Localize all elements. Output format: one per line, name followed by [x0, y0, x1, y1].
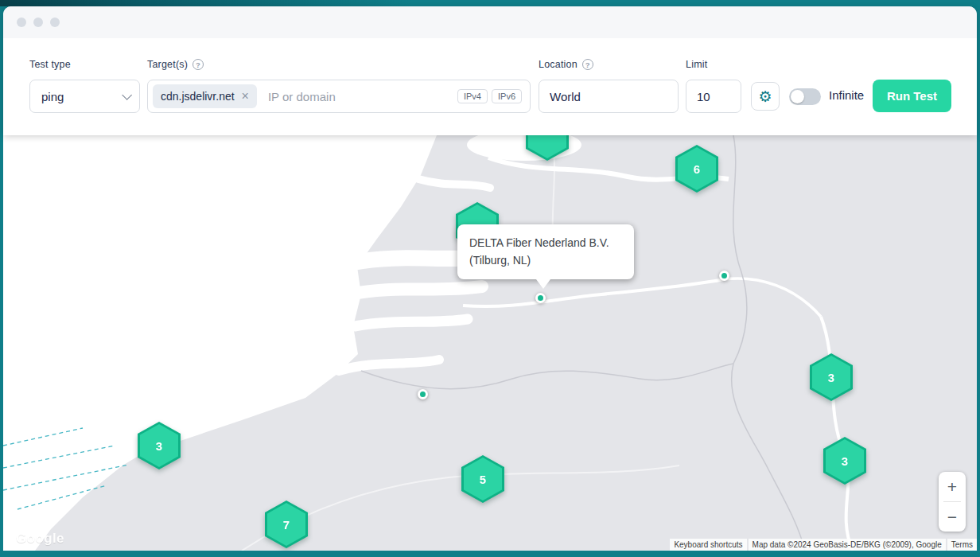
infowindow-location: (Tilburg, NL) [469, 252, 622, 270]
settings-button[interactable]: ⚙ [751, 82, 780, 111]
chevron-down-icon [122, 90, 132, 100]
targets-placeholder: IP or domain [268, 90, 457, 103]
target-chip[interactable]: cdn.jsdelivr.net × [153, 84, 257, 108]
location-label: Location ? [539, 59, 593, 70]
cluster-marker[interactable]: 3 [823, 437, 866, 485]
zoom-out-button[interactable]: − [939, 502, 966, 532]
run-test-button[interactable]: Run Test [873, 80, 951, 112]
cluster-count: 3 [842, 454, 848, 468]
limit-field[interactable] [686, 80, 741, 113]
probe-dot[interactable] [535, 293, 546, 303]
test-type-value: ping [41, 90, 64, 103]
infinite-toggle[interactable] [789, 88, 821, 105]
probe-dot[interactable] [418, 389, 428, 399]
keyboard-shortcuts-link[interactable]: Keyboard shortcuts [670, 539, 746, 551]
cluster-count: 7 [283, 518, 290, 532]
window-control-dot[interactable] [33, 18, 43, 27]
zoom-control: + − [939, 472, 966, 532]
map-data-text: Map data ©2024 GeoBasis-DE/BKG (©2009), … [749, 539, 946, 551]
limit-label: Limit [686, 59, 707, 70]
cluster-marker[interactable]: 3 [810, 353, 853, 401]
location-field[interactable] [539, 80, 679, 113]
window-titlebar [3, 6, 977, 38]
map-attribution: Keyboard shortcuts Map data ©2024 GeoBas… [668, 539, 977, 551]
zoom-in-button[interactable]: + [939, 472, 966, 501]
terms-link[interactable]: Terms [947, 539, 977, 551]
window-control-dot[interactable] [17, 18, 26, 27]
ipv4-badge[interactable]: IPv4 [457, 89, 488, 103]
cluster-count: 6 [694, 162, 700, 176]
cluster-count: 5 [480, 473, 486, 486]
test-type-label-text: Test type [29, 59, 71, 70]
app-window: Test type ping Target(s) ? cdn.jsdelivr.… [3, 6, 977, 135]
targets-label: Target(s) ? [147, 59, 204, 70]
toggle-knob [791, 90, 804, 103]
target-chip-text: cdn.jsdelivr.net [161, 90, 235, 103]
targets-label-text: Target(s) [147, 59, 188, 70]
google-logo[interactable]: Google [16, 531, 64, 547]
gear-icon: ⚙ [758, 89, 772, 104]
chip-close-icon[interactable]: × [242, 90, 249, 103]
cluster-marker[interactable]: 3 [138, 422, 181, 469]
help-icon[interactable]: ? [582, 59, 593, 70]
cluster-marker[interactable]: 7 [265, 501, 308, 548]
app-background: Test type ping Target(s) ? cdn.jsdelivr.… [0, 0, 980, 557]
test-form: Test type ping Target(s) ? cdn.jsdelivr.… [3, 38, 977, 135]
cluster-marker[interactable]: 5 [461, 455, 504, 503]
cluster-marker[interactable] [526, 135, 569, 161]
infowindow-provider: DELTA Fiber Nederland B.V. [469, 235, 622, 252]
probe-dot[interactable] [719, 271, 729, 281]
test-type-select[interactable]: ping [29, 80, 140, 113]
limit-input[interactable] [686, 80, 741, 112]
window-control-dot[interactable] [50, 18, 60, 27]
test-type-label: Test type [29, 59, 71, 70]
ip-version-badges: IPv4 IPv6 [457, 89, 522, 103]
infinite-label: Infinite [829, 88, 864, 102]
cluster-marker[interactable]: 6 [675, 145, 718, 193]
targets-input[interactable]: cdn.jsdelivr.net × IP or domain IPv4 IPv… [147, 80, 531, 113]
ipv6-badge[interactable]: IPv6 [492, 89, 522, 103]
map-canvas[interactable]: 6 3 3 3 5 7 DELTA Fiber Nederland B.V. (… [3, 135, 977, 551]
map-infowindow: DELTA Fiber Nederland B.V. (Tilburg, NL) [457, 224, 634, 279]
location-label-text: Location [539, 59, 578, 70]
cluster-count: 3 [828, 371, 834, 384]
location-input[interactable] [539, 80, 678, 112]
limit-label-text: Limit [686, 59, 707, 70]
cluster-count: 3 [156, 439, 162, 453]
help-icon[interactable]: ? [192, 59, 204, 70]
